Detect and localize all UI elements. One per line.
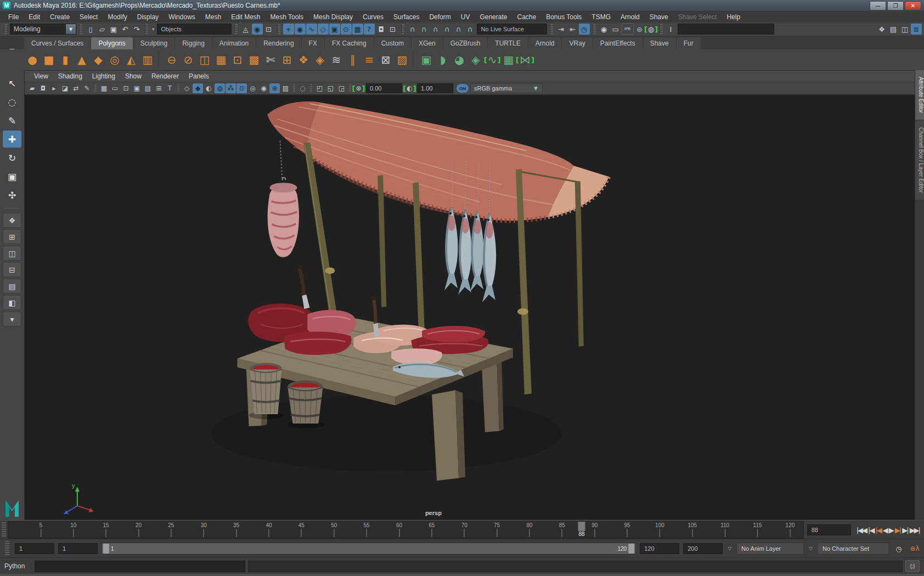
animation-end-field[interactable]: 200 (683, 543, 723, 554)
camera-attributes-icon[interactable]: ◘ (38, 83, 48, 93)
grip-handle[interactable] (660, 24, 663, 34)
menu-shave-select[interactable]: Shave Select (673, 12, 722, 22)
poly-torus-icon[interactable]: ◎ (106, 51, 123, 69)
render-view-icon[interactable]: ◉ (599, 24, 610, 35)
timeline-tick[interactable]: 35 (233, 522, 239, 537)
highlight-selection-icon[interactable]: ⊡ (387, 24, 398, 35)
safe-title-icon[interactable]: T (165, 83, 175, 93)
view-transform-select[interactable]: sRGB gamma ▼ (470, 83, 543, 93)
redo-icon[interactable]: ↷ (131, 24, 142, 35)
panel-menu-show[interactable]: Show (120, 71, 147, 81)
timeline-tick[interactable]: 110 (720, 522, 729, 537)
anim-layer-select[interactable]: No Anim Layer (736, 543, 804, 555)
poly-cube-icon[interactable]: ■ (41, 51, 57, 69)
step-forward-key-button[interactable]: ▶| (895, 526, 900, 534)
cylindrical-mapping-icon[interactable]: ◗ (435, 51, 451, 69)
backface-culling-icon[interactable]: ◲ (336, 83, 347, 93)
bookmark-icon[interactable]: ▸ (49, 83, 59, 93)
timeline-tick[interactable]: 80 (526, 522, 532, 537)
shelf-tab-sculpting[interactable]: Sculpting (133, 37, 174, 49)
panel-menu-shading[interactable]: Shading (53, 71, 87, 81)
hanging-meat[interactable] (268, 141, 299, 257)
single-pane-layout-button[interactable]: ❖ (3, 213, 21, 228)
shelf-tab-gozbrush[interactable]: GoZBrush (443, 37, 488, 49)
timeline-tick[interactable]: 85 (559, 522, 565, 537)
select-tool[interactable]: ↖ (3, 75, 21, 92)
scale-tool[interactable]: ▣ (3, 168, 21, 185)
shelf-tab-polygons[interactable]: Polygons (91, 37, 132, 49)
current-frame-field[interactable]: 88 (807, 524, 851, 535)
shelf-tab-shave[interactable]: Shave (643, 37, 676, 49)
menu-deform[interactable]: Deform (424, 12, 455, 22)
timeline-tick[interactable]: 40 (266, 522, 272, 537)
menu-select[interactable]: Select (75, 12, 103, 22)
grip-handle[interactable] (2, 522, 6, 538)
shelf-tab-rigging[interactable]: Rigging (175, 37, 212, 49)
shelf-divider[interactable] (158, 52, 161, 68)
snap-curve-icon[interactable]: ∩ (419, 24, 430, 35)
tab-channel-box-layer-editor[interactable]: Channel Box / Layer Editor (915, 121, 924, 200)
persp-graph-layout-button[interactable]: ⊟ (3, 262, 21, 277)
grip-handle[interactable] (550, 24, 553, 34)
shelf-tab-curves-surfaces[interactable]: Curves / Surfaces (24, 37, 91, 49)
timeline-tick[interactable]: 70 (461, 522, 467, 537)
mask-deformers-icon[interactable]: ▣ (329, 24, 340, 35)
playback-start-field[interactable]: 1 (58, 543, 98, 554)
extrude-icon[interactable]: ⊞ (279, 51, 295, 69)
poly-cylinder-icon[interactable]: ▮ (57, 51, 74, 69)
channel-box-toggle-icon[interactable]: ≣ (911, 24, 922, 35)
outliner-persp-layout-button[interactable]: ◫ (3, 246, 21, 261)
shelf-tab-fx[interactable]: FX (302, 37, 324, 49)
isolate-select-icon[interactable]: ◌ (297, 83, 308, 93)
command-input-field[interactable] (35, 561, 245, 572)
menu-file[interactable]: File (3, 12, 24, 22)
gamma-field[interactable]: 1.00 (417, 83, 453, 93)
command-language-label[interactable]: Python (4, 562, 32, 570)
snap-grid-icon[interactable]: ∩ (407, 24, 418, 35)
timeline-tick[interactable]: 60 (396, 522, 402, 537)
input-connections-icon[interactable]: ⇥ (556, 24, 567, 35)
anim-preferences-icon[interactable]: ⊛λ (909, 543, 921, 554)
range-start-handle[interactable] (103, 544, 109, 554)
mask-rendering-icon[interactable]: ▦ (352, 24, 363, 35)
tool-settings-toggle-icon[interactable]: ◫ (899, 24, 910, 35)
toolbar-grip[interactable] (293, 84, 295, 93)
shelf-tab-painteffects[interactable]: PaintEffects (593, 37, 643, 49)
last-tool-icon[interactable]: ✣ (3, 187, 21, 204)
grid-toggle-icon[interactable]: ▦ (99, 83, 109, 93)
shelf-tab-fx-caching[interactable]: FX Caching (325, 37, 374, 49)
menu-display[interactable]: Display (132, 12, 164, 22)
edge-flow-icon[interactable]: ≋ (328, 51, 345, 69)
menu-windows[interactable]: Windows (164, 12, 200, 22)
insert-edge-loop-icon[interactable]: ∥ (345, 51, 361, 69)
menu-help[interactable]: Help (722, 12, 745, 22)
timeline-tick[interactable]: 65 (429, 522, 435, 537)
select-hierarchy-icon[interactable]: ◬ (240, 24, 251, 35)
exposure-field[interactable]: 0.00 (366, 83, 402, 93)
shelf-tab-rendering[interactable]: Rendering (256, 37, 301, 49)
grip-handle[interactable] (4, 24, 7, 34)
poly-pyramid-icon[interactable]: ◭ (123, 51, 139, 69)
ipr-render-icon[interactable]: IPR (622, 23, 634, 35)
menu-shave[interactable]: Shave (645, 12, 673, 22)
menu-edit[interactable]: Edit (24, 12, 45, 22)
quad-draw-icon[interactable]: ❖ (295, 51, 312, 69)
grip-handle[interactable] (5, 541, 9, 556)
mask-curves-icon[interactable]: ∿ (306, 24, 317, 35)
exposure-icon[interactable]: ⊗ (353, 83, 364, 93)
shaded-mode-icon[interactable]: ◆ (193, 83, 203, 93)
mask-surfaces-icon[interactable]: ◇ (318, 24, 329, 35)
chevron-down-icon[interactable]: ▽ (808, 546, 814, 551)
viewport-canvas[interactable]: y persp (25, 95, 915, 519)
character-set-select[interactable]: No Character Set (818, 543, 889, 555)
menu-uv[interactable]: UV (456, 12, 475, 22)
render-current-frame-icon[interactable]: ▭ (610, 24, 621, 35)
panel-menu-lighting[interactable]: Lighting (87, 71, 120, 81)
timeline-tick[interactable]: 20 (136, 522, 142, 537)
animation-start-field[interactable]: 1 (15, 543, 54, 554)
timeline-tick[interactable]: 15 (103, 522, 109, 537)
screen-space-ao-icon[interactable]: ◎ (247, 83, 258, 93)
make-live-icon[interactable]: ∩ (465, 24, 476, 35)
menu-create[interactable]: Create (45, 12, 75, 22)
xray-icon[interactable]: ◰ (314, 83, 325, 93)
